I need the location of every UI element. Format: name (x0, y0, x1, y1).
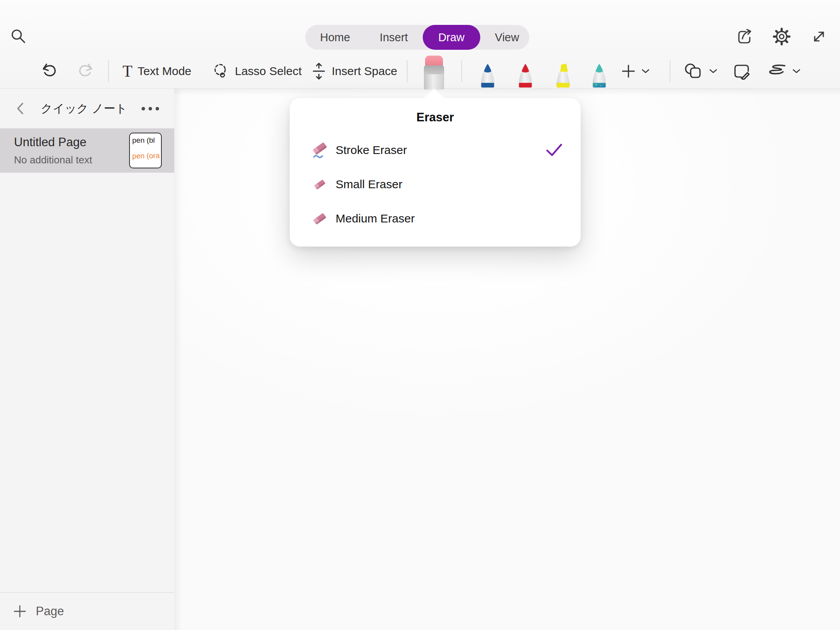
lasso-select-icon (212, 62, 230, 80)
plus-icon (621, 63, 636, 79)
add-page-label: Page (36, 604, 64, 618)
thumbnail-ink-line-1: pen (bl (132, 136, 155, 144)
checkmark-icon (546, 143, 563, 157)
shapes-button[interactable] (684, 54, 718, 89)
undo-button[interactable] (41, 54, 59, 89)
menu-item-label: Small Eraser (336, 178, 402, 191)
tab-view[interactable]: View (480, 25, 534, 50)
eraser-popup-title: Eraser (290, 98, 581, 124)
toolbar-divider (108, 60, 109, 82)
plus-icon (13, 605, 26, 618)
menu-item-label: Medium Eraser (336, 212, 415, 225)
galaxy-pen-icon (587, 63, 612, 89)
expand-diagonal-icon (810, 28, 828, 46)
ink-to-shape-button[interactable] (765, 54, 801, 89)
draw-toolbar: T Text Mode Lasso Select Insert Space (0, 54, 840, 89)
gear-icon (772, 27, 791, 46)
page-subtitle: No additional text (14, 154, 92, 166)
stroke-eraser-icon (310, 140, 330, 160)
ink-annotate-button[interactable] (733, 54, 751, 89)
add-page-button[interactable]: Page (0, 592, 174, 630)
undo-icon (41, 62, 59, 80)
note-pen-icon (733, 63, 751, 80)
notebook-title: クイック ノート (29, 89, 139, 128)
small-eraser-icon (313, 177, 327, 192)
menu-item-medium-eraser[interactable]: Medium Eraser (290, 201, 581, 236)
chevron-left-icon (16, 102, 24, 115)
sidebar-header: クイック ノート (0, 89, 174, 128)
menu-item-label: Stroke Eraser (336, 144, 407, 157)
blue-pen-button[interactable] (475, 63, 500, 89)
galaxy-pen-button[interactable] (587, 63, 612, 89)
tab-home[interactable]: Home (305, 25, 365, 50)
ellipsis-icon (142, 107, 145, 110)
shapes-icon (684, 63, 704, 80)
page-list-sidebar: クイック ノート Untitled Page No additional tex… (0, 89, 174, 630)
thumbnail-ink-line-2: pen (ora (132, 152, 161, 159)
fullscreen-button[interactable] (810, 27, 828, 46)
text-mode-icon: T (122, 63, 133, 79)
highlighter-button[interactable] (551, 63, 576, 89)
redo-icon (76, 62, 94, 80)
red-pen-button[interactable] (513, 63, 538, 89)
chevron-down-icon (641, 68, 650, 74)
search-button[interactable] (9, 27, 28, 46)
settings-button[interactable] (772, 27, 791, 46)
chevron-down-icon (792, 68, 801, 74)
insert-space-icon (311, 62, 327, 80)
lasso-select-label: Lasso Select (235, 65, 302, 78)
blue-pen-icon (475, 63, 500, 89)
page-thumbnail: pen (bl pen (ora (129, 133, 162, 168)
eraser-tool-button[interactable] (422, 56, 446, 89)
menu-item-small-eraser[interactable]: Small Eraser (290, 167, 581, 201)
insert-space-button[interactable]: Insert Space (311, 54, 397, 89)
medium-eraser-icon (312, 210, 329, 227)
search-icon (10, 28, 28, 46)
tab-row: Home Insert Draw View (0, 0, 840, 54)
tab-draw[interactable]: Draw (423, 25, 480, 50)
eraser-options: Stroke Eraser Small Eraser (290, 133, 581, 236)
eraser-popup: Eraser Stroke Eraser (290, 98, 581, 247)
scribble-icon (765, 64, 787, 79)
popup-arrow (423, 89, 445, 98)
text-mode-button[interactable]: T Text Mode (122, 54, 191, 89)
window-actions (735, 27, 828, 46)
text-mode-label: Text Mode (138, 65, 191, 78)
eraser-icon (425, 56, 443, 66)
page-list-item-selected[interactable]: Untitled Page No additional text pen (bl… (0, 128, 174, 173)
insert-space-label: Insert Space (332, 65, 397, 78)
toolbar-divider (407, 60, 408, 82)
toolbar-divider (670, 60, 670, 82)
lasso-select-button[interactable]: Lasso Select (212, 54, 302, 89)
share-button[interactable] (735, 27, 754, 46)
tab-insert[interactable]: Insert (365, 25, 423, 50)
highlighter-icon (551, 63, 576, 89)
redo-button[interactable] (76, 54, 94, 89)
chevron-down-icon (709, 68, 718, 74)
add-pen-button[interactable] (621, 54, 650, 89)
ribbon-tabs: Home Insert Draw View (305, 25, 529, 50)
toolbar-divider (461, 60, 462, 82)
share-icon (735, 27, 754, 46)
menu-item-stroke-eraser[interactable]: Stroke Eraser (290, 133, 581, 167)
more-options-button[interactable] (138, 100, 163, 117)
back-button[interactable] (12, 100, 29, 117)
page-title: Untitled Page (14, 135, 86, 149)
red-pen-icon (513, 63, 538, 89)
top-toolbar: Home Insert Draw View (0, 0, 840, 89)
